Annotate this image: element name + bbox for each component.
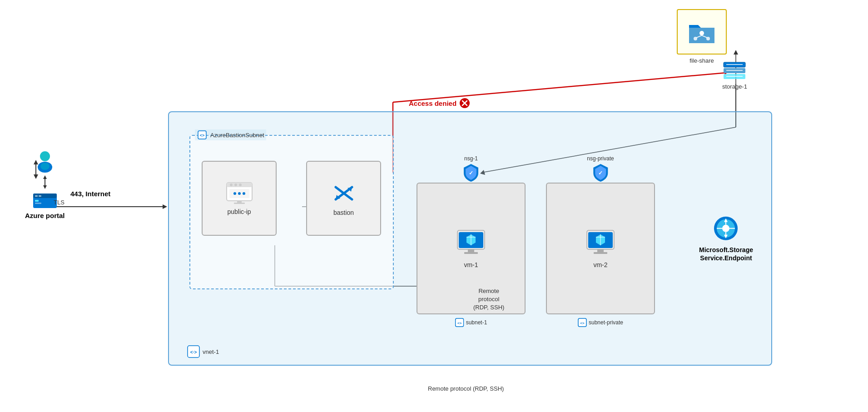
connection-label-group: 443, Internet [70,190,110,198]
bastion-label: bastion [333,209,354,216]
vnet-icon: <·> [187,345,200,358]
user-icon [34,150,56,174]
subnet-private-label: subnet-private [589,319,623,326]
public-ip-box: public-ip [202,161,277,236]
svg-text:<·>: <·> [190,350,197,355]
svg-text:✓: ✓ [598,170,603,176]
portal-icon [33,191,57,208]
svg-point-39 [233,192,236,195]
svg-rect-65 [594,252,607,254]
connection-label: 443, Internet [70,190,110,198]
access-denied-icon [459,98,470,109]
vm2-icon [585,228,616,258]
diagram-container: Azure portal TLS 443, Internet <> AzureB… [0,0,868,412]
vm2-group: vm-2 [547,184,654,313]
bastion-subnet-icon: <> [197,129,208,140]
bastion-subnet-label-row: <> AzureBastionSubnet [195,129,266,140]
vnet-label-text: vnet-1 [203,348,219,355]
subnet1-label-row: <> subnet-1 [455,318,487,327]
svg-rect-64 [597,249,604,252]
svg-marker-23 [43,175,47,179]
service-endpoint-label: Microsoft.Storage Service.Endpoint [699,246,753,262]
svg-point-37 [239,184,242,186]
file-share-label: file-share [689,57,714,64]
svg-text:✓: ✓ [469,170,473,176]
public-ip-icon [226,182,253,204]
svg-text:<>: <> [200,133,205,138]
storage-label: storage-1 [722,83,747,90]
public-ip-label: public-ip [227,208,251,215]
nsg-private-label: nsg-private [587,155,614,162]
file-share-box [677,9,727,55]
svg-marker-4 [163,204,167,209]
svg-text:<>: <> [580,321,585,325]
access-denied-group: Access denied [409,98,470,109]
svg-rect-29 [35,195,38,197]
bastion-subnet: <> AzureBastionSubnet [189,135,394,289]
subnet-private-container: nsg-private ✓ [546,183,655,314]
svg-rect-55 [464,252,478,254]
vertical-double-arrow [42,175,48,189]
service-endpoint-group: Microsoft.Storage Service.Endpoint [699,215,753,262]
svg-rect-30 [39,195,41,197]
storage-group: storage-1 [722,61,747,90]
subnet1-icon: <> [455,318,464,327]
subnet-private-icon: <> [578,318,587,327]
vnet-label-group: <·> vnet-1 [187,345,219,358]
nsg1-group: nsg-1 ✓ [463,155,479,182]
svg-marker-18 [734,50,738,55]
storage-icon [723,61,746,81]
service-endpoint-icon [712,215,739,242]
azure-portal-label: Azure portal [25,212,65,219]
vm2-label: vm-2 [593,261,607,268]
svg-point-19 [40,151,50,161]
svg-marker-24 [43,185,47,189]
bastion-subnet-label: AzureBastionSubnet [210,132,264,139]
vm1-label: vm-1 [464,261,478,268]
vm1-group: vm-1 [417,184,525,313]
svg-point-40 [238,192,241,195]
bastion-box: bastion [306,161,381,236]
nsg-private-group: nsg-private ✓ [587,155,614,182]
file-share-icon [687,19,716,45]
svg-rect-43 [234,203,245,204]
nsg1-label: nsg-1 [464,155,478,162]
svg-rect-54 [468,249,474,252]
tls-label-group: TLS [54,199,67,206]
subnet1-label: subnet-1 [466,319,487,326]
svg-rect-28 [35,203,41,204]
svg-point-72 [722,225,729,232]
svg-point-86 [699,31,704,35]
svg-point-41 [243,192,245,195]
tls-text: TLS [54,199,64,206]
subnet-private-label-row: <> subnet-private [578,318,623,327]
file-share-group: file-share [677,9,727,64]
remote-protocol-2-label: Remote protocol (RDP, SSH) [428,385,504,393]
remote-protocol-1-label: Remote protocol (RDP, SSH) [473,287,504,312]
vnet-container: <> AzureBastionSubnet [168,111,772,366]
subnet-1-container: nsg-1 ✓ [417,183,526,314]
bastion-icon [330,180,357,205]
nsg-private-icon: ✓ [592,163,609,182]
svg-point-21 [40,163,50,170]
svg-text:<>: <> [457,321,462,325]
vm1-icon [455,228,487,258]
nsg1-icon: ✓ [463,163,479,182]
azure-portal-group: Azure portal [25,150,65,219]
access-denied-text: Access denied [409,99,456,107]
svg-point-36 [234,184,237,186]
svg-rect-27 [35,200,39,202]
svg-point-35 [230,184,233,186]
